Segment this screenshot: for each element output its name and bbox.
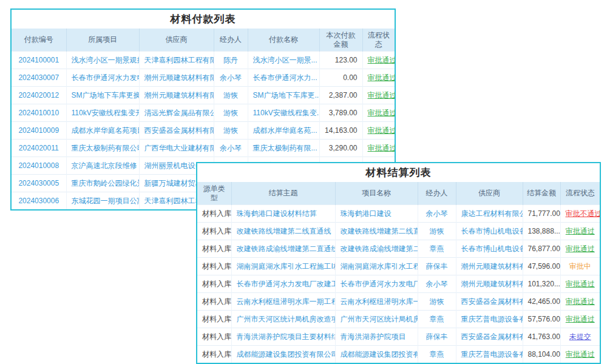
settlement-amount: 88,104.00: [523, 346, 560, 363]
payment-name-link[interactable]: 浅水湾小区一期景...: [248, 52, 319, 69]
project-link[interactable]: 浅水湾小区一期景观提...: [66, 52, 139, 69]
settlement-table: 源单类型 结算主题 项目名称 经办人 供应商 结算金额 流程状态 材料入库 珠海…: [197, 182, 600, 363]
handler-link[interactable]: 薛保丰: [418, 258, 456, 275]
supplier-link[interactable]: 西安盛器金属材料有...: [456, 293, 523, 311]
payment-name-link[interactable]: 110kV安徽线程集变...: [248, 104, 319, 122]
column-header: 付款名称: [248, 29, 319, 52]
payment-name-link[interactable]: 重庆太极制药有限...: [248, 140, 319, 157]
settlement-subject-link[interactable]: 成都能源建设集团投资有限公司临...: [231, 346, 335, 363]
status-badge[interactable]: 审批通过: [362, 104, 395, 122]
settlement-subject-link[interactable]: 改建铁路成渝线增建第二直通线（...: [231, 240, 335, 258]
supplier-link[interactable]: 天津嘉利园林工程有限...: [139, 52, 214, 69]
status-badge[interactable]: 审批通过: [362, 140, 395, 157]
project-link[interactable]: 110kV安徽线程集变开断...: [66, 104, 139, 122]
status-badge[interactable]: 审批通过: [560, 223, 600, 240]
payment-id-link[interactable]: 2024020011: [12, 140, 66, 157]
payment-id-link[interactable]: 2024030005: [12, 175, 66, 192]
payment-name-link[interactable]: SM广场地下车库更...: [248, 87, 319, 104]
project-link[interactable]: 重庆市鹅岭公园绿化景...: [66, 175, 139, 192]
supplier-link[interactable]: 长春市博山机电设备...: [456, 240, 523, 258]
status-badge[interactable]: 审批通过: [560, 311, 600, 328]
supplier-link[interactable]: 西安盛器金属材料有...: [456, 328, 523, 346]
project-name-link[interactable]: 云南水利枢纽潜明水库一...: [335, 293, 418, 311]
supplier-link[interactable]: 康达工程材料有限公司: [456, 205, 523, 223]
payment-id-link[interactable]: 2024030006: [12, 192, 66, 210]
handler-link[interactable]: 余小琴: [418, 275, 456, 293]
source-type: 材料入库: [197, 258, 231, 275]
project-name-link[interactable]: 改建铁路成渝线增建第二...: [335, 240, 418, 258]
handler-link[interactable]: 章燕: [418, 311, 456, 328]
project-link[interactable]: 重庆太极制药有限公司...: [66, 140, 139, 157]
handler-link[interactable]: 陈丹: [214, 52, 248, 69]
payment-id-link[interactable]: 2024010010: [12, 104, 66, 122]
supplier-link[interactable]: 重庆艺普电源设备有...: [456, 346, 523, 363]
payment-table-title: 材料付款列表: [12, 10, 395, 29]
settlement-subject-link[interactable]: 云南水利枢纽潜明水库一期工程施...: [231, 293, 335, 311]
project-name-link[interactable]: 改建铁路线增建第二线直...: [335, 223, 418, 240]
payment-amount: 3,290.00: [319, 140, 362, 157]
handler-link[interactable]: 游恢: [418, 223, 456, 240]
status-badge[interactable]: 审批通过: [560, 275, 600, 293]
supplier-link[interactable]: 重庆艺普电源设备有...: [456, 311, 523, 328]
settlement-subject-link[interactable]: 珠海鹤港口建设材料结算: [231, 205, 335, 223]
status-badge[interactable]: 审批通过: [362, 87, 395, 104]
payment-amount: 2,387.00: [319, 87, 362, 104]
status-badge[interactable]: 审批中: [560, 258, 600, 275]
payment-id-link[interactable]: 2024010008: [12, 157, 66, 175]
project-link[interactable]: SM广场地下车库更换摄...: [66, 87, 139, 104]
supplier-link[interactable]: 西安盛器金属材料有限...: [139, 122, 214, 140]
supplier-link[interactable]: 清远光辉金属品有限公司: [139, 104, 214, 122]
status-badge[interactable]: 审批通过: [560, 293, 600, 311]
payment-id-link[interactable]: 2024010009: [12, 122, 66, 140]
status-badge[interactable]: 审批通过: [362, 122, 395, 140]
handler-link[interactable]: 余小琴: [418, 205, 456, 223]
settlement-amount: 76,877.00: [523, 240, 560, 258]
settlement-subject-link[interactable]: 湖南洞庭湖水库引水工程施工I标材...: [231, 258, 335, 275]
project-name-link[interactable]: 长春市伊通河水力发电厂...: [335, 275, 418, 293]
payment-id-link[interactable]: 2024030007: [12, 69, 66, 87]
project-name-link[interactable]: 湖南洞庭湖水库引水工程...: [335, 258, 418, 275]
payment-id-link[interactable]: 2024100001: [12, 52, 66, 69]
payment-name-link[interactable]: 长春市伊通河水力...: [248, 69, 319, 87]
handler-link[interactable]: 薛保丰: [418, 328, 456, 346]
payment-amount: 14,163.00: [319, 122, 362, 140]
project-name-link[interactable]: 青海洪湖养护院项目: [335, 328, 418, 346]
handler-link[interactable]: 游恢: [214, 87, 248, 104]
column-header: 项目名称: [335, 182, 418, 205]
project-name-link[interactable]: 成都能源建设集团投资有...: [335, 346, 418, 363]
handler-link[interactable]: 余小琴: [214, 140, 248, 157]
status-badge[interactable]: 审批通过: [560, 240, 600, 258]
supplier-link[interactable]: 潮州元顺建筑材料有...: [456, 258, 523, 275]
handler-link[interactable]: 章燕: [418, 346, 456, 363]
status-badge[interactable]: 审批通过: [560, 346, 600, 363]
supplier-link[interactable]: 潮州元顺建筑材料有限...: [139, 87, 214, 104]
project-name-link[interactable]: 广州市天河区统计局机房...: [335, 311, 418, 328]
status-badge[interactable]: 审批通过: [362, 52, 395, 69]
handler-link[interactable]: 章燕: [418, 240, 456, 258]
supplier-link[interactable]: 潮州元顺建筑材料有限...: [139, 69, 214, 87]
payment-name-link[interactable]: 成都水岸华庭名苑...: [248, 122, 319, 140]
settlement-subject-link[interactable]: 广州市天河区统计局机房改造项目...: [231, 311, 335, 328]
supplier-link[interactable]: 潮州元顺建筑材料有...: [456, 275, 523, 293]
project-link[interactable]: 东城花园一期项目公寓...: [66, 192, 139, 210]
handler-link[interactable]: 游恢: [418, 293, 456, 311]
project-link[interactable]: 京沪高速北京段维修: [66, 157, 139, 175]
source-type: 材料入库: [197, 240, 231, 258]
source-type: 材料入库: [197, 223, 231, 240]
status-badge[interactable]: 审批不通过: [560, 205, 600, 223]
supplier-link[interactable]: 广西华电大业建材有限...: [139, 140, 214, 157]
handler-link[interactable]: 游恢: [214, 104, 248, 122]
settlement-subject-link[interactable]: 长春市伊通河水力发电厂改建工程...: [231, 275, 335, 293]
payment-id-link[interactable]: 2024020012: [12, 87, 66, 104]
status-badge[interactable]: 未提交: [560, 328, 600, 346]
handler-link[interactable]: 游恢: [214, 122, 248, 140]
status-badge[interactable]: 审批通过: [362, 69, 395, 87]
settlement-subject-link[interactable]: 青海洪湖养护院项目主要材料结算: [231, 328, 335, 346]
handler-link[interactable]: 余小琴: [214, 69, 248, 87]
settlement-amount: 138,888...: [523, 223, 560, 240]
supplier-link[interactable]: 长春市博山机电设备...: [456, 223, 523, 240]
project-name-link[interactable]: 珠海鹤港口建设: [335, 205, 418, 223]
settlement-subject-link[interactable]: 改建铁路线增建第二线直通线（成...: [231, 223, 335, 240]
project-link[interactable]: 成都水岸华庭名苑项目...: [66, 122, 139, 140]
project-link[interactable]: 长春市伊通河水力发电...: [66, 69, 139, 87]
